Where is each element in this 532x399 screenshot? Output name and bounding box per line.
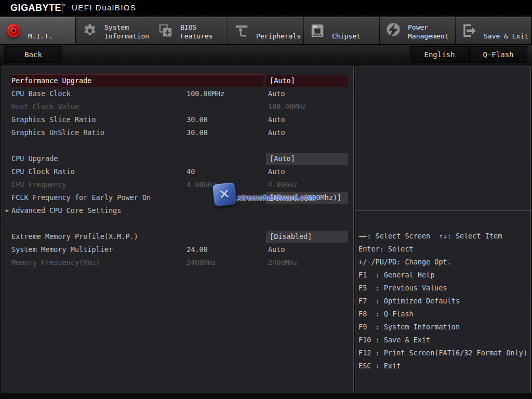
setting-value[interactable]: [Auto] (266, 75, 348, 87)
help-line: +/-/PU/PD: Change Opt. (358, 256, 530, 269)
setting-label: Advanced CPU Core Settings (11, 204, 121, 217)
setting-label: CPU Frequency (11, 178, 66, 191)
setting-value[interactable]: [Normal (800Mhz)] (266, 192, 348, 204)
tab-bar: M.I.T. System Information BIOS Features (0, 16, 532, 44)
setting-value[interactable]: Auto (268, 113, 285, 126)
setting-label: CPU Clock Ratio (11, 165, 75, 178)
settings-row[interactable]: ▶ Advanced CPU Core Settings (2, 204, 353, 217)
help-line: F12 : Print Screen(FAT16/32 Format Only) (358, 347, 530, 360)
help-line: ESC : Exit (358, 360, 530, 373)
row-spacer (2, 217, 353, 230)
qflash-button[interactable]: Q-Flash (469, 46, 527, 63)
settings-row[interactable]: ▶ Graphics UnSlice Ratio 30.00 Auto (2, 126, 353, 139)
settings-row[interactable]: ▶ CPU Frequency 4.00GHz 4.00GHz (2, 178, 353, 191)
setting-value[interactable]: Auto (268, 243, 285, 256)
chipset-icon (309, 22, 326, 39)
help-line: Enter: Select (358, 243, 530, 256)
help-line: F8 : Q-Flash (358, 308, 530, 321)
power-bolt-icon (384, 22, 402, 39)
tab-peripherals[interactable]: Peripherals (228, 17, 303, 44)
setting-value[interactable]: 4.00GHz (268, 178, 298, 191)
settings-row[interactable]: ▶ CPU Upgrade [Auto] (2, 152, 353, 165)
help-panel-divider (355, 210, 530, 211)
setting-current-value: 4.00GHz (187, 178, 216, 191)
help-line: F5 : Previous Values (358, 282, 530, 295)
tab-label: Peripherals (256, 32, 303, 41)
setting-label: Extreme Memory Profile(X.M.P.) (11, 230, 138, 243)
tab-label: BIOS Features (180, 23, 227, 41)
setting-current-value: 30.00 (187, 126, 208, 139)
settings-rows: ▶ Performance Upgrade [Auto] ▶ CPU Base … (2, 74, 353, 269)
setting-value[interactable]: 100.00MHz (268, 100, 306, 113)
back-button[interactable]: Back (4, 46, 62, 63)
settings-panel: ▶ Performance Upgrade [Auto] ▶ CPU Base … (2, 66, 354, 393)
settings-row[interactable]: ▶ CPU Clock Ratio 40 Auto (2, 165, 353, 178)
top-bar: GIGABYTE™ UEFI DualBIOS (0, 0, 532, 16)
tab-chipset[interactable]: Chipset (304, 17, 379, 44)
mit-red-dot-icon (5, 22, 22, 39)
peripherals-icon (233, 22, 250, 39)
firmware-title: UEFI DualBIOS (72, 3, 137, 12)
tab-mit[interactable]: M.I.T. (0, 17, 75, 44)
gigabyte-logo: GIGABYTE™ (10, 3, 66, 14)
setting-label: Graphics UnSlice Ratio (11, 126, 104, 139)
bios-chip-icon (157, 22, 175, 39)
setting-value[interactable]: [Auto] (266, 153, 348, 165)
setting-value[interactable]: Auto (268, 126, 285, 139)
setting-value[interactable]: 2400MHz (268, 256, 298, 269)
tab-save-exit[interactable]: Save & Exit (456, 17, 531, 44)
setting-current-value: 24.00 (187, 243, 208, 256)
settings-row[interactable]: ▶ System Memory Multiplier 24.00 Auto (2, 243, 353, 256)
setting-label: Performance Upgrade (11, 74, 91, 87)
help-line: F9 : System Information (358, 321, 530, 334)
setting-label: CPU Upgrade (11, 152, 58, 165)
setting-value[interactable]: [Disabled] (266, 231, 348, 243)
setting-current-value: 40 (187, 165, 195, 178)
setting-current-value: 30.00 (187, 113, 208, 126)
row-spacer (2, 139, 353, 152)
help-panel: →←: Select Screen ↑↓: Select ItemEnter: … (355, 66, 531, 393)
setting-value[interactable]: Auto (268, 165, 285, 178)
setting-label: Graphics Slice Ratio (11, 113, 96, 126)
tab-bios-features[interactable]: BIOS Features (152, 17, 228, 44)
help-line: F1 : General Help (358, 269, 530, 282)
setting-label: Memory Frequency(MHz) (11, 256, 100, 269)
setting-current-value: 100.00MHz (187, 87, 224, 100)
settings-row[interactable]: ▶ Host Clock Value 100.00MHz (2, 100, 353, 113)
help-line: F10 : Save & Exit (358, 334, 530, 347)
setting-label: FCLK Frequency for Early Power On (11, 191, 151, 204)
exit-door-icon (460, 22, 478, 39)
setting-label: Host Clock Value (11, 100, 79, 113)
settings-row[interactable]: ▶ Memory Frequency(MHz) 2400MHz 2400MHz (2, 256, 353, 269)
tab-power-management[interactable]: Power Management (380, 17, 455, 44)
settings-row[interactable]: ▶ FCLK Frequency for Early Power On [Nor… (2, 191, 353, 204)
setting-label: CPU Base Clock (11, 87, 71, 100)
bios-screen: GIGABYTE™ UEFI DualBIOS M.I.T. System In… (0, 0, 532, 399)
setting-current-value: 2400MHz (187, 256, 216, 269)
toolbar-band: Back English Q-Flash (0, 44, 532, 64)
key-help-list: →←: Select Screen ↑↓: Select ItemEnter: … (358, 230, 530, 373)
tab-system-information[interactable]: System Information (76, 17, 152, 44)
setting-value[interactable]: Auto (268, 87, 285, 100)
setting-label: System Memory Multiplier (11, 243, 113, 256)
submenu-arrow-icon: ▶ (6, 204, 8, 217)
settings-row[interactable]: ▶ CPU Base Clock 100.00MHz Auto (2, 87, 353, 100)
settings-row[interactable]: ▶ Graphics Slice Ratio 30.00 Auto (2, 113, 353, 126)
tab-label: Power Management (408, 23, 455, 41)
language-button[interactable]: English (410, 46, 469, 63)
tab-label: M.I.T. (28, 32, 75, 41)
tab-label: System Information (104, 23, 151, 41)
settings-row[interactable]: ▶ Extreme Memory Profile(X.M.P.) [Disabl… (2, 230, 353, 243)
tab-label: Chipset (332, 32, 379, 41)
topbar-divider (62, 2, 63, 14)
gear-icon (81, 22, 99, 39)
help-line: →←: Select Screen ↑↓: Select Item (358, 230, 530, 243)
settings-row[interactable]: ▶ Performance Upgrade [Auto] (2, 74, 353, 87)
tab-label: Save & Exit (484, 32, 530, 41)
bottom-strip (0, 393, 532, 399)
help-line: F7 : Optimized Defaults (358, 295, 530, 308)
